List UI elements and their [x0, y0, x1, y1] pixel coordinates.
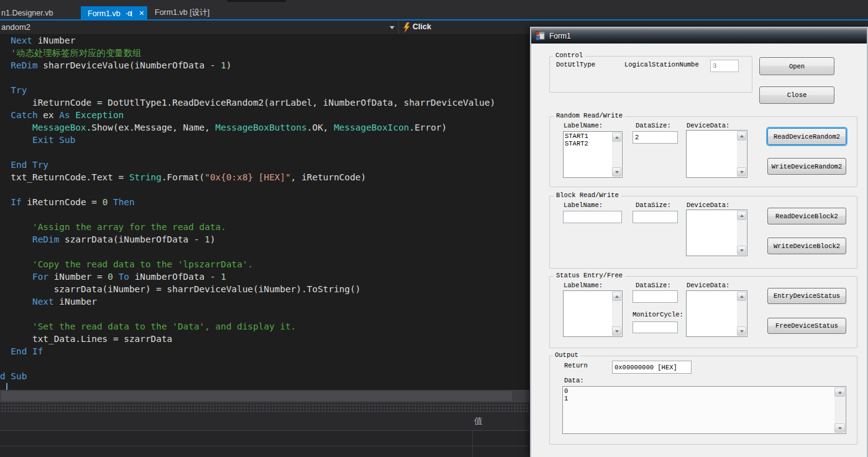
form1-window: Form1 Control DotUtlType LogicalStationN…	[530, 27, 868, 457]
group-output-title: Output	[552, 351, 581, 359]
vertical-scrollbar[interactable]	[737, 131, 746, 177]
scroll-down-button[interactable]	[612, 326, 621, 336]
read-device-block2-button[interactable]: ReadDeviceBlock2	[767, 208, 846, 224]
open-button[interactable]: Open	[759, 57, 834, 75]
scroll-down-button[interactable]	[737, 326, 746, 336]
logical-station-number-input[interactable]	[710, 60, 739, 72]
status-datasize-input[interactable]	[633, 290, 678, 303]
scroll-up-button[interactable]	[834, 387, 845, 397]
code-line[interactable]: For iNumber = 0 To iNumberOfData - 1	[0, 270, 534, 283]
block-datasize-input[interactable]	[633, 211, 678, 223]
form-icon	[536, 31, 545, 40]
scroll-down-button[interactable]	[612, 167, 621, 177]
tab-form1-designer-vb[interactable]: n1.Designer.vb	[0, 6, 80, 19]
arrow-down-icon	[615, 171, 619, 173]
logical-station-number-label: LogicalStationNumbe	[624, 61, 699, 68]
return-code-input[interactable]	[612, 361, 692, 374]
form-client-area: Control DotUtlType LogicalStationNumbe O…	[531, 44, 867, 457]
code-line[interactable]: '动态处理标签所对应的变量数组	[0, 47, 534, 59]
group-block-title: Block Read/Write	[554, 192, 621, 199]
arrow-down-icon	[615, 330, 619, 333]
screenshot-root: n1.Designer.vb Form1.vb ✕ Form1.vb [设计] …	[0, 0, 868, 457]
pin-icon[interactable]	[124, 9, 134, 19]
random-datasize-input[interactable]	[633, 131, 678, 144]
code-line[interactable]: txt_Data.Lines = szarrData	[0, 333, 534, 345]
write-device-block2-button[interactable]: WriteDeviceBlock2	[767, 238, 846, 254]
write-device-random2-button[interactable]: WriteDeviceRandom2	[767, 158, 846, 175]
column-divider[interactable]	[472, 430, 473, 457]
status-devicedata-box[interactable]	[686, 290, 747, 337]
event-dropdown[interactable]: Click	[413, 22, 431, 31]
code-line[interactable]: 'Copy the read data to the 'lpszarrData'…	[0, 258, 534, 270]
code-line[interactable]: d Sub	[0, 370, 534, 382]
tab-form1-vb-design[interactable]: Form1.vb [设计]	[149, 6, 224, 19]
entry-device-status-button[interactable]: EntryDeviceStatus	[767, 288, 846, 304]
arrow-up-icon	[740, 135, 744, 137]
data-label: Data:	[564, 377, 584, 384]
scroll-down-button[interactable]	[834, 423, 845, 433]
code-line[interactable]: ReDim sharrDeviceValue(iNumberOfData - 1…	[0, 59, 534, 72]
code-line[interactable]	[0, 183, 534, 196]
code-line[interactable]: Catch ex As Exception	[0, 109, 534, 121]
scroll-up-button[interactable]	[737, 211, 746, 220]
code-line[interactable]: 'Assign the array for the read data.	[0, 221, 534, 233]
code-line[interactable]	[0, 146, 534, 159]
code-line[interactable]: End If	[0, 345, 534, 358]
code-line[interactable]: Next iNumber	[0, 295, 534, 308]
vertical-scrollbar[interactable]	[737, 292, 746, 336]
horizontal-scrollbar-thumb[interactable]	[1, 391, 512, 401]
close-button[interactable]: Close	[759, 86, 834, 104]
code-line[interactable]: MessageBox.Show(ex.Message, Name, Messag…	[0, 121, 534, 134]
scope-dropdown[interactable]: andom2	[1, 22, 30, 32]
code-editor[interactable]: Next iNumber '动态处理标签所对应的变量数组 ReDim sharr…	[0, 34, 534, 390]
vertical-scrollbar[interactable]	[834, 387, 845, 433]
code-line[interactable]	[0, 208, 534, 221]
scroll-up-button[interactable]	[612, 292, 621, 301]
vertical-scrollbar[interactable]	[612, 132, 621, 177]
code-line[interactable]: szarrData(iNumber) = sharrDeviceValue(iN…	[0, 283, 534, 295]
close-icon[interactable]: ✕	[137, 9, 147, 19]
code-line[interactable]: ReDim szarrData(iNumberOfData - 1)	[0, 233, 534, 246]
free-device-status-button[interactable]: FreeDeviceStatus	[767, 318, 846, 334]
arrow-up-icon	[615, 136, 619, 139]
code-line[interactable]: Try	[0, 84, 534, 96]
code-line[interactable]: txt_ReturnCode.Text = String.Format("0x{…	[0, 171, 534, 183]
tab-form1-vb[interactable]: Form1.vb ✕	[81, 6, 147, 21]
scroll-up-button[interactable]	[737, 131, 746, 141]
status-labelname-box[interactable]	[563, 290, 623, 337]
random-devicedata-label: DeviceData:	[687, 122, 729, 129]
status-labelname-label: LabelName:	[564, 282, 603, 289]
code-line[interactable]	[0, 72, 534, 84]
block-devicedata-box[interactable]	[686, 210, 747, 256]
value-column-header[interactable]: 值	[474, 416, 483, 427]
horizontal-scrollbar[interactable]	[0, 390, 529, 402]
read-device-random2-button[interactable]: ReadDeviceRandom2	[767, 128, 846, 145]
code-line[interactable]: End Try	[0, 159, 534, 171]
navbar-divider	[398, 21, 399, 34]
scroll-up-button[interactable]	[737, 292, 746, 301]
vertical-scrollbar[interactable]	[612, 292, 621, 336]
code-line[interactable]	[0, 308, 534, 320]
block-labelname-input[interactable]	[563, 211, 622, 223]
code-line[interactable]: If iReturnCode = 0 Then	[0, 196, 534, 208]
return-label: Return	[564, 362, 588, 369]
scroll-down-button[interactable]	[737, 246, 746, 255]
vertical-scrollbar[interactable]	[737, 211, 746, 255]
arrow-up-icon	[740, 215, 744, 217]
form-titlebar[interactable]: Form1	[531, 28, 867, 44]
chevron-down-icon[interactable]	[390, 26, 395, 29]
code-line[interactable]: 'Set the read data to the 'Data', and di…	[0, 320, 534, 333]
document-tab-bar: n1.Designer.vb Form1.vb ✕ Form1.vb [设计]	[0, 0, 868, 21]
random-labelname-box[interactable]: START1 START2	[563, 131, 623, 178]
code-line[interactable]: iReturnCode = DotUtlType1.ReadDeviceRand…	[0, 96, 534, 109]
code-line[interactable]: Next iNumber	[0, 34, 534, 47]
scroll-up-button[interactable]	[612, 132, 621, 142]
form-title: Form1	[549, 32, 571, 40]
scroll-down-button[interactable]	[737, 167, 746, 177]
code-line[interactable]	[0, 358, 534, 370]
output-data-box[interactable]: 0 1	[562, 386, 846, 434]
monitorcycle-input[interactable]	[633, 321, 678, 333]
random-devicedata-box[interactable]	[686, 130, 747, 178]
code-line[interactable]: Exit Sub	[0, 134, 534, 146]
code-line[interactable]	[0, 246, 534, 258]
